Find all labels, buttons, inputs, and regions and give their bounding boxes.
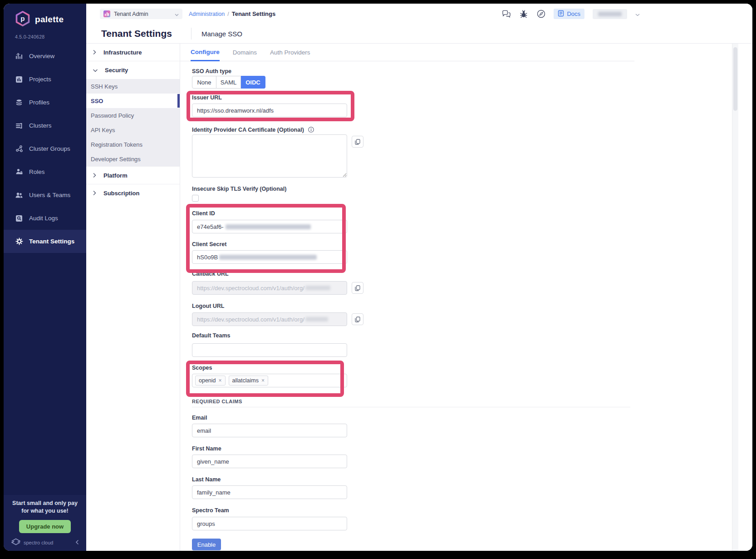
page-header: Tenant Settings Manage SSO (86, 24, 752, 43)
nav-group-label: Security (105, 67, 128, 74)
topbar: Tenant Admin Administration / Tenant Set… (86, 4, 752, 24)
sidebar-item-label: Users & Teams (29, 192, 70, 198)
bug-report-icon[interactable] (519, 10, 528, 19)
sidebar-item-overview[interactable]: Overview (4, 45, 86, 68)
nav-group-infrastructure[interactable]: Infrastructure (86, 44, 180, 61)
callback-url-input: https://dev.spectrocloud.com/v1/auth/org… (192, 281, 347, 295)
sidebar-item-profiles[interactable]: Profiles (4, 91, 86, 114)
tab-configure[interactable]: Configure (191, 44, 220, 61)
page-subtitle: Manage SSO (201, 30, 242, 38)
redacted-client-id (226, 224, 311, 229)
chat-icon[interactable] (502, 10, 511, 19)
sidebar-item-cluster-groups[interactable]: Cluster Groups (4, 137, 86, 160)
audit-magnifier-icon (15, 214, 23, 223)
sidebar-item-label: Tenant Settings (29, 238, 74, 245)
nav-group-subscription[interactable]: Subscription (86, 184, 180, 202)
ca-certificate-textarea[interactable] (192, 134, 347, 178)
claims-divider (192, 407, 630, 407)
breadcrumb-current: Tenant Settings (232, 10, 276, 17)
scopes-input[interactable]: openid × allatclaims × (192, 374, 347, 387)
spectro-cloud-wordmark: spectro cloud (24, 540, 53, 545)
collapse-sidebar-icon[interactable] (75, 539, 79, 546)
spectro-cloud-logo-icon (11, 538, 21, 547)
copy-callback-url-button[interactable] (352, 282, 363, 294)
sidebar-item-tenant-settings[interactable]: Tenant Settings (4, 230, 86, 253)
user-menu[interactable] (593, 9, 627, 19)
redacted-username (598, 12, 622, 16)
tenant-scope-selector[interactable]: Tenant Admin (100, 9, 182, 19)
main-sidebar: p palette 4.5.0-240628 Overview Projects… (4, 4, 86, 551)
tab-bar: Configure Domains Auth Providers (180, 44, 634, 61)
nav-group-platform[interactable]: Platform (86, 166, 180, 184)
upgrade-now-button[interactable]: Upgrade now (19, 520, 71, 533)
auth-type-none-button[interactable]: None (192, 76, 216, 89)
sidebar-item-users-teams[interactable]: Users & Teams (4, 183, 86, 207)
callback-url-label: Callback URL (192, 271, 229, 277)
claim-email-input[interactable]: email (192, 424, 347, 437)
nav-item-sso[interactable]: SSO (86, 94, 180, 108)
sidebar-nav: Overview Projects Profiles Clusters Clus… (4, 45, 86, 253)
sidebar-item-label: Audit Logs (29, 215, 58, 222)
brand-name: palette (35, 15, 64, 25)
copy-ca-certificate-button[interactable] (352, 136, 363, 148)
scopes-label: Scopes (192, 365, 212, 371)
nav-item-api-keys[interactable]: API Keys (86, 123, 180, 137)
sidebar-item-roles[interactable]: Roles (4, 160, 86, 183)
client-id-input[interactable]: e74e5af6- (192, 220, 347, 233)
chevron-right-icon (93, 190, 96, 197)
enable-button[interactable]: Enable (192, 539, 221, 550)
sidebar-item-label: Profiles (29, 99, 49, 106)
users-teams-icon (15, 191, 23, 199)
vertical-scrollbar[interactable] (732, 44, 738, 551)
default-teams-label: Default Teams (192, 332, 231, 339)
app-window: p palette 4.5.0-240628 Overview Projects… (4, 4, 752, 551)
claim-last-name-input[interactable]: family_name (192, 485, 347, 499)
claim-first-name-input[interactable]: given_name (192, 455, 347, 468)
tab-auth-providers[interactable]: Auth Providers (270, 44, 310, 61)
nav-item-password-policy[interactable]: Password Policy (86, 108, 180, 123)
redacted-client-secret (219, 255, 317, 260)
redacted-callback-url (305, 286, 330, 290)
claim-spectro-team-input[interactable]: groups (192, 517, 347, 530)
breadcrumb-administration-link[interactable]: Administration (189, 11, 225, 17)
settings-nav: Infrastructure Security SSH Keys SSO Pas… (86, 43, 180, 551)
default-teams-input[interactable] (192, 343, 347, 357)
chevron-right-icon (93, 49, 96, 56)
sidebar-item-label: Projects (29, 76, 51, 83)
auth-type-oidc-button[interactable]: OIDC (241, 76, 265, 89)
sidebar-item-audit-logs[interactable]: Audit Logs (4, 207, 86, 230)
breadcrumb: Administration / Tenant Settings (189, 10, 275, 17)
promo-text: Start small and only pay for what you us… (4, 500, 86, 515)
sidebar-item-projects[interactable]: Projects (4, 68, 86, 91)
claim-email-label: Email (192, 415, 207, 421)
skip-tls-checkbox[interactable] (192, 195, 199, 202)
nav-group-label: Infrastructure (103, 49, 142, 56)
nav-item-registration-tokens[interactable]: Registration Tokens (86, 137, 180, 152)
scrollbar-thumb[interactable] (733, 47, 737, 111)
tab-domains[interactable]: Domains (233, 44, 257, 61)
copy-logout-url-button[interactable] (352, 313, 363, 325)
compass-explore-icon[interactable] (536, 10, 545, 19)
chevron-down-icon (175, 10, 179, 18)
docs-book-icon (558, 10, 564, 18)
projects-icon (15, 75, 23, 84)
remove-scope-icon[interactable]: × (219, 377, 222, 384)
docs-button[interactable]: Docs (554, 9, 584, 19)
sso-auth-type-label: SSO Auth type (192, 68, 231, 74)
docs-label: Docs (567, 10, 580, 17)
info-icon (308, 127, 314, 133)
client-secret-input[interactable]: hS0o9B (192, 250, 347, 264)
logout-url-label: Logout URL (192, 303, 225, 309)
nav-group-security[interactable]: Security (86, 61, 180, 79)
breadcrumb-separator: / (227, 11, 229, 17)
remove-scope-icon[interactable]: × (261, 377, 265, 384)
issuer-url-input[interactable]: https://sso.dreamworx.nl/adfs (192, 104, 347, 117)
roles-person-lock-icon (15, 168, 23, 176)
sidebar-item-label: Cluster Groups (29, 145, 70, 152)
auth-type-saml-button[interactable]: SAML (216, 76, 241, 89)
client-secret-label: Client Secret (192, 241, 226, 247)
user-menu-chevron-icon[interactable] (635, 10, 640, 18)
nav-item-ssh-keys[interactable]: SSH Keys (86, 79, 180, 94)
sidebar-item-clusters[interactable]: Clusters (4, 114, 86, 137)
nav-item-developer-settings[interactable]: Developer Settings (86, 152, 180, 166)
